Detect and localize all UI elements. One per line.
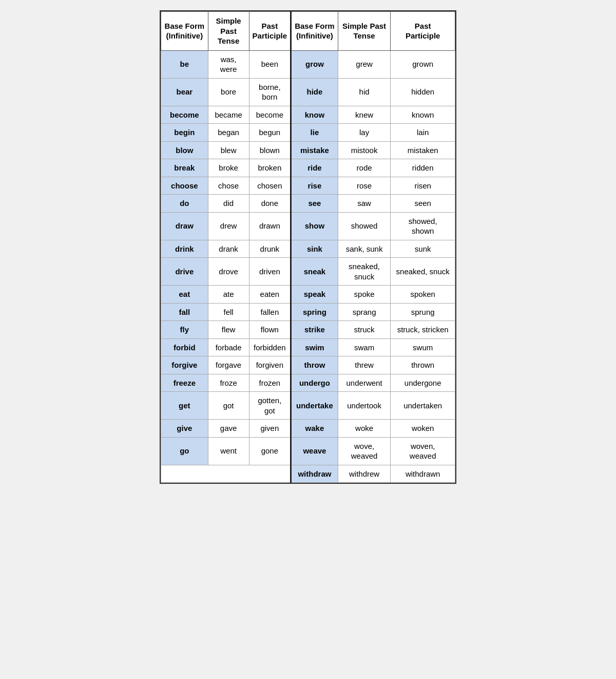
simple-past-right: mistook xyxy=(338,141,391,159)
simple-past-right: struck xyxy=(338,321,391,339)
base-form-right: withdraw xyxy=(291,465,338,483)
past-participle-right: sneaked, snuck xyxy=(391,258,455,286)
simple-past-left: forgave xyxy=(208,356,249,374)
base-form-right: grow xyxy=(291,50,338,78)
past-participle-left: flown xyxy=(249,321,291,339)
past-participle-right: ridden xyxy=(391,159,455,177)
past-participle-left: gone xyxy=(249,437,291,465)
base-form-right: know xyxy=(291,106,338,124)
base-form-left: forgive xyxy=(161,356,208,374)
header-past-participle-left: PastParticiple xyxy=(249,12,291,51)
simple-past-left: gave xyxy=(208,420,249,438)
simple-past-left: drew xyxy=(208,212,249,240)
header-base-form-right: Base Form(Infinitive) xyxy=(291,12,338,51)
past-participle-left: become xyxy=(249,106,291,124)
simple-past-right: sank, sunk xyxy=(338,240,391,258)
simple-past-left: broke xyxy=(208,159,249,177)
base-form-right: mistake xyxy=(291,141,338,159)
past-participle-right: swum xyxy=(391,338,455,356)
simple-past-left: bore xyxy=(208,78,249,106)
base-form-left: blow xyxy=(161,141,208,159)
past-participle-left: given xyxy=(249,420,291,438)
past-participle-right: sprung xyxy=(391,303,455,321)
base-form-right: spring xyxy=(291,303,338,321)
simple-past-right: wove, weaved xyxy=(338,437,391,465)
base-form-right: throw xyxy=(291,356,338,374)
base-form-left: drive xyxy=(161,258,208,286)
past-participle-left: fallen xyxy=(249,303,291,321)
base-form-right: ride xyxy=(291,159,338,177)
header-simple-past-left: SimplePastTense xyxy=(208,12,249,51)
simple-past-left: blew xyxy=(208,141,249,159)
base-form-right: show xyxy=(291,212,338,240)
simple-past-right: withdrew xyxy=(338,465,391,483)
simple-past-right: rode xyxy=(338,159,391,177)
irregular-verbs-table: Base Form(Infinitive) SimplePastTense Pa… xyxy=(160,10,456,484)
base-form-right: sink xyxy=(291,240,338,258)
base-form-left: do xyxy=(161,195,208,213)
past-participle-right: undergone xyxy=(391,374,455,392)
simple-past-left: did xyxy=(208,195,249,213)
base-form-right: undergo xyxy=(291,374,338,392)
past-participle-right: spoken xyxy=(391,286,455,304)
base-form-right: weave xyxy=(291,437,338,465)
simple-past-right: sprang xyxy=(338,303,391,321)
past-participle-left: blown xyxy=(249,141,291,159)
simple-past-right: saw xyxy=(338,195,391,213)
past-participle-left: drunk xyxy=(249,240,291,258)
past-participle-right: known xyxy=(391,106,455,124)
past-participle-right: struck, stricken xyxy=(391,321,455,339)
base-form-right: sneak xyxy=(291,258,338,286)
simple-past-left: fell xyxy=(208,303,249,321)
base-form-left: begin xyxy=(161,124,208,142)
simple-past-left: ate xyxy=(208,286,249,304)
past-participle-right: woven,weaved xyxy=(391,437,455,465)
simple-past-left: began xyxy=(208,124,249,142)
base-form-right: rise xyxy=(291,177,338,195)
past-participle-right: undertaken xyxy=(391,392,455,420)
past-participle-left: borne,born xyxy=(249,78,291,106)
base-form-left: draw xyxy=(161,212,208,240)
base-form-right: speak xyxy=(291,286,338,304)
past-participle-right: sunk xyxy=(391,240,455,258)
base-form-left: break xyxy=(161,159,208,177)
header-past-participle-right: PastParticiple xyxy=(391,12,455,51)
base-form-left: drink xyxy=(161,240,208,258)
past-participle-left: gotten, got xyxy=(249,392,291,420)
base-form-left: fly xyxy=(161,321,208,339)
past-participle-right: thrown xyxy=(391,356,455,374)
past-participle-right: hidden xyxy=(391,78,455,106)
past-participle-right: seen xyxy=(391,195,455,213)
base-form-right: wake xyxy=(291,420,338,438)
simple-past-left: chose xyxy=(208,177,249,195)
simple-past-right: grew xyxy=(338,50,391,78)
header-base-form-left: Base Form(Infinitive) xyxy=(161,12,208,51)
base-form-left: get xyxy=(161,392,208,420)
simple-past-right: hid xyxy=(338,78,391,106)
past-participle-left: drawn xyxy=(249,212,291,240)
base-form-left: give xyxy=(161,420,208,438)
simple-past-left: went xyxy=(208,437,249,465)
simple-past-left: froze xyxy=(208,374,249,392)
past-participle-right: lain xyxy=(391,124,455,142)
empty-cell xyxy=(161,465,291,483)
simple-past-right: spoke xyxy=(338,286,391,304)
simple-past-right: threw xyxy=(338,356,391,374)
past-participle-right: risen xyxy=(391,177,455,195)
base-form-right: swim xyxy=(291,338,338,356)
past-participle-left: been xyxy=(249,50,291,78)
simple-past-left: drank xyxy=(208,240,249,258)
past-participle-left: forbidden xyxy=(249,338,291,356)
base-form-right: lie xyxy=(291,124,338,142)
past-participle-right: withdrawn xyxy=(391,465,455,483)
past-participle-right: grown xyxy=(391,50,455,78)
simple-past-right: lay xyxy=(338,124,391,142)
simple-past-left: drove xyxy=(208,258,249,286)
simple-past-right: knew xyxy=(338,106,391,124)
past-participle-left: frozen xyxy=(249,374,291,392)
simple-past-left: flew xyxy=(208,321,249,339)
simple-past-right: underwent xyxy=(338,374,391,392)
past-participle-right: mistaken xyxy=(391,141,455,159)
base-form-right: undertake xyxy=(291,392,338,420)
past-participle-left: forgiven xyxy=(249,356,291,374)
